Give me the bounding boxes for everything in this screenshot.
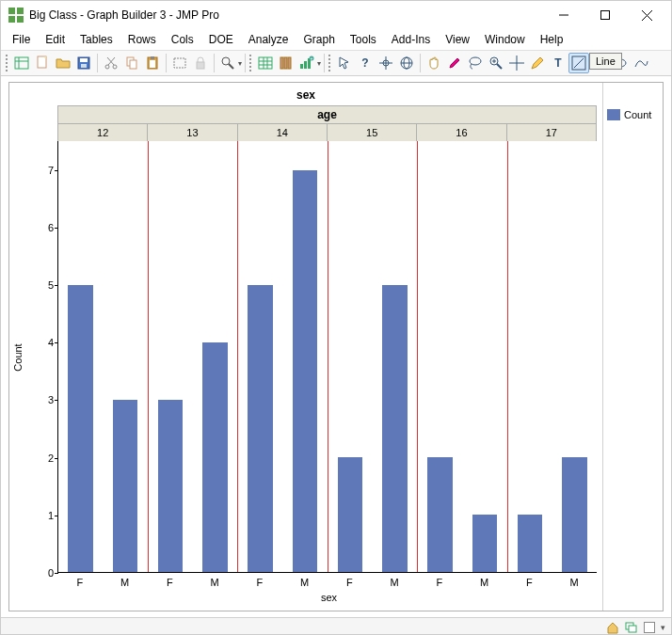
bar[interactable]	[472, 515, 497, 572]
menu-doe[interactable]: DOE	[201, 31, 241, 48]
facet-cell[interactable]: 17	[507, 124, 596, 141]
bar-slot[interactable]	[58, 141, 103, 572]
bar[interactable]	[338, 457, 362, 572]
copy-icon[interactable]	[121, 53, 142, 73]
search-icon[interactable]	[217, 53, 238, 73]
bar-slot[interactable]	[282, 141, 327, 572]
status-dropdown-arrow[interactable]: ▾	[661, 623, 665, 632]
bar-slot[interactable]	[462, 141, 506, 572]
lasso-icon[interactable]	[465, 53, 486, 73]
bar-slot[interactable]	[193, 141, 237, 572]
bar-slot[interactable]	[418, 141, 462, 572]
x-axis[interactable]: FMFMFMFMFMFM	[57, 573, 597, 588]
status-box[interactable]	[644, 622, 655, 633]
facet-cell[interactable]: 13	[148, 124, 237, 141]
add-chart-icon[interactable]: +	[296, 53, 317, 73]
cut-icon[interactable]	[101, 53, 121, 73]
toolbar-grip-3[interactable]	[328, 54, 331, 72]
chart-dropdown-arrow[interactable]: ▾	[317, 59, 321, 68]
y-axis-title[interactable]: Count	[11, 141, 24, 573]
home-icon[interactable]	[606, 621, 619, 634]
crosshair-plus-icon[interactable]	[376, 53, 396, 73]
menu-addins[interactable]: Add-Ins	[384, 31, 438, 48]
facet-panel[interactable]	[238, 141, 328, 572]
bar-slot[interactable]	[103, 141, 147, 572]
menu-cols[interactable]: Cols	[164, 31, 201, 48]
pointer-icon[interactable]	[334, 53, 355, 73]
facet-panel[interactable]	[418, 141, 508, 572]
bar-slot[interactable]	[508, 141, 552, 572]
facet-cell[interactable]: 12	[58, 124, 148, 141]
crosshair-icon[interactable]	[506, 53, 527, 73]
bar[interactable]	[293, 170, 317, 572]
new-icon[interactable]	[32, 53, 53, 73]
bar[interactable]	[158, 400, 183, 572]
columns-icon[interactable]	[276, 53, 296, 73]
bar-slot[interactable]	[238, 141, 282, 572]
menu-tools[interactable]: Tools	[343, 31, 384, 48]
menu-tables[interactable]: Tables	[72, 31, 120, 48]
toolbar-grip[interactable]	[5, 54, 8, 72]
curve-icon[interactable]	[631, 53, 651, 73]
hand-icon[interactable]	[424, 53, 444, 73]
maximize-button[interactable]	[584, 1, 626, 29]
legend[interactable]: Count	[602, 83, 663, 611]
facet-panel[interactable]	[149, 141, 239, 572]
menu-graph[interactable]: Graph	[296, 31, 342, 48]
menu-window[interactable]: Window	[477, 31, 533, 48]
menu-edit[interactable]: Edit	[38, 31, 72, 48]
lock-icon[interactable]	[190, 53, 211, 73]
facet-title-age[interactable]: age	[58, 106, 596, 124]
toolbar-grip-2[interactable]	[248, 54, 252, 72]
bar[interactable]	[562, 457, 586, 572]
zoom-in-icon[interactable]	[486, 53, 506, 73]
facet-panel[interactable]	[508, 141, 598, 572]
pencil-icon[interactable]	[527, 53, 548, 73]
search-dropdown-arrow[interactable]: ▾	[238, 59, 242, 68]
menu-help[interactable]: Help	[533, 31, 571, 48]
y-tick: 1	[48, 510, 54, 521]
close-button[interactable]	[626, 1, 667, 29]
text-label-icon[interactable]: T	[548, 53, 568, 73]
facet-cell[interactable]: 15	[328, 124, 417, 141]
facet-panel[interactable]	[58, 141, 149, 572]
bar[interactable]	[202, 342, 227, 572]
menu-rows[interactable]: Rows	[120, 31, 164, 48]
datatable-icon[interactable]	[11, 53, 32, 73]
globe-icon[interactable]	[396, 53, 417, 73]
y-tick: 6	[48, 222, 54, 233]
bar-slot[interactable]	[552, 141, 597, 572]
minimize-button[interactable]	[543, 1, 584, 29]
grid-view-icon[interactable]	[255, 53, 276, 73]
svg-line-18	[108, 57, 115, 65]
bar-slot[interactable]	[149, 141, 193, 572]
bar[interactable]	[382, 285, 407, 572]
facet-cell[interactable]: 16	[417, 124, 506, 141]
menu-view[interactable]: View	[438, 31, 477, 48]
y-axis[interactable]: 01234567	[24, 141, 57, 573]
facet-cell[interactable]: 14	[238, 124, 328, 141]
line-tool-icon[interactable]	[568, 53, 589, 73]
bar[interactable]	[248, 285, 272, 572]
bar-slot[interactable]	[373, 141, 417, 572]
bar[interactable]	[427, 457, 452, 572]
save-icon[interactable]	[73, 53, 94, 73]
paste-icon[interactable]	[142, 53, 163, 73]
menu-analyze[interactable]: Analyze	[241, 31, 296, 48]
svg-rect-8	[15, 57, 28, 69]
bar[interactable]	[518, 515, 542, 572]
bar[interactable]	[68, 285, 92, 572]
open-folder-icon[interactable]	[53, 53, 73, 73]
bar-slot[interactable]	[328, 141, 373, 572]
x-axis-title[interactable]: sex	[57, 588, 600, 605]
select-rect-icon[interactable]	[169, 53, 190, 73]
brush-icon[interactable]	[444, 53, 465, 73]
column-header-sex[interactable]: sex	[11, 88, 600, 105]
plot-body[interactable]	[57, 141, 597, 573]
windows-list-icon[interactable]	[625, 621, 638, 634]
menu-file[interactable]: File	[5, 31, 38, 48]
facet-panel[interactable]	[328, 141, 419, 572]
svg-rect-37	[300, 64, 303, 69]
help-pointer-icon[interactable]: ?	[355, 53, 376, 73]
bar[interactable]	[113, 400, 137, 572]
